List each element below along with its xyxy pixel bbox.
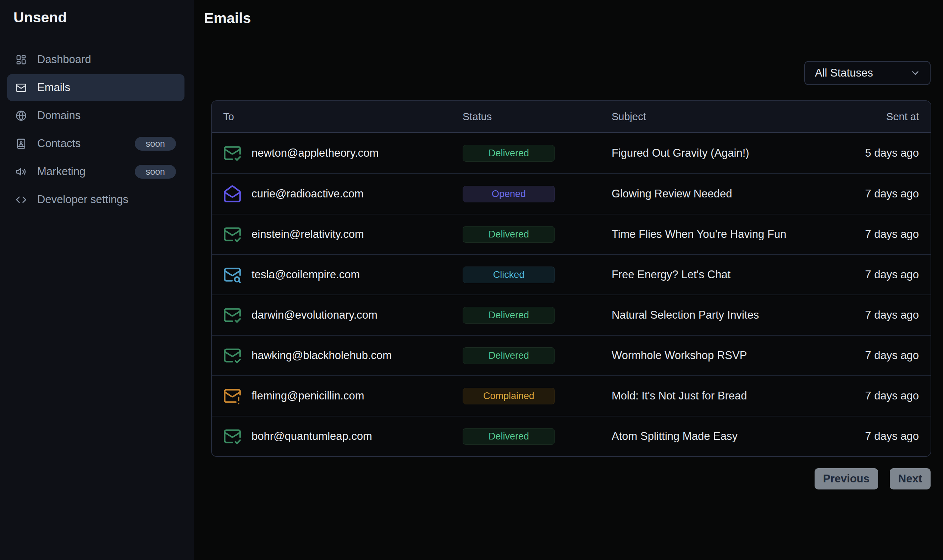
status-badge: Delivered [463,307,555,324]
table-row[interactable]: darwin@evolutionary.com Delivered Natura… [212,295,931,335]
recipient-email: einstein@relativity.com [252,228,364,241]
mail-check-icon [223,306,242,324]
column-header-subject: Subject [612,111,810,123]
sidebar-item-label: Contacts [37,137,80,150]
sent-at: 7 days ago [810,228,931,241]
sent-at: 7 days ago [810,430,931,443]
mail-check-icon [223,346,242,365]
recipient-email: fleming@penicillin.com [252,389,364,402]
status-badge: Delivered [463,226,555,243]
dashboard-icon [15,54,26,65]
recipient-email: tesla@coilempire.com [252,268,360,281]
mail-check-icon [223,144,242,162]
recipient-email: bohr@quantumleap.com [252,430,372,443]
chevron-down-icon [910,68,921,78]
sent-at: 7 days ago [810,389,931,402]
mail-check-icon [223,427,242,446]
email-subject: Free Energy? Let's Chat [612,268,810,281]
table-header-row: To Status Subject Sent at [212,101,931,133]
status-filter-select[interactable]: All Statuses [804,61,931,85]
table-row[interactable]: bohr@quantumleap.com Delivered Atom Spli… [212,416,931,456]
sidebar-item-label: Developer settings [37,193,128,206]
sent-at: 7 days ago [810,268,931,281]
mail-icon [15,82,26,93]
mail-search-icon [223,265,242,284]
sidebar-item-emails[interactable]: Emails [7,74,185,101]
email-subject: Figured Out Gravity (Again!) [612,147,810,160]
sidebar-item-label: Marketing [37,165,85,178]
sidebar-item-label: Dashboard [37,53,91,66]
sent-at: 7 days ago [810,309,931,322]
next-button[interactable]: Next [890,468,931,489]
table-row[interactable]: newton@appletheory.com Delivered Figured… [212,133,931,173]
status-badge: Clicked [463,266,555,283]
sidebar-item-label: Domains [37,109,80,122]
mail-check-icon [223,225,242,243]
column-header-to: To [212,111,463,123]
status-filter-value: All Statuses [815,67,873,79]
table-row[interactable]: curie@radioactive.com Opened Glowing Rev… [212,173,931,214]
sent-at: 7 days ago [810,188,931,200]
app-logo: Unsend [14,9,67,26]
sent-at: 7 days ago [810,349,931,362]
megaphone-icon [15,166,26,177]
mail-open-icon [223,185,242,203]
soon-badge: soon [135,165,176,178]
status-badge: Delivered [463,145,555,162]
email-subject: Glowing Review Needed [612,188,810,200]
column-header-sent-at: Sent at [810,111,931,123]
sidebar-item-contacts[interactable]: Contacts soon [7,130,185,157]
status-badge: Opened [463,186,555,202]
previous-button[interactable]: Previous [815,468,878,489]
status-badge: Delivered [463,347,555,364]
table-row[interactable]: tesla@coilempire.com Clicked Free Energy… [212,254,931,295]
main-content: Emails All Statuses To Status Subject Se… [194,0,943,560]
recipient-email: curie@radioactive.com [252,188,364,200]
sidebar-item-label: Emails [37,81,70,94]
recipient-email: hawking@blackholehub.com [252,349,392,362]
mail-warning-icon [223,387,242,405]
emails-table: To Status Subject Sent at newton@appleth… [211,100,931,457]
recipient-email: newton@appletheory.com [252,147,378,160]
status-badge: Complained [463,388,555,405]
sent-at: 5 days ago [810,147,931,160]
sidebar: Unsend Dashboard Emails Domains [0,0,194,560]
table-row[interactable]: einstein@relativity.com Delivered Time F… [212,214,931,254]
page-title: Emails [204,10,251,26]
contacts-icon [15,138,26,149]
sidebar-nav: Dashboard Emails Domains Contacts soon [7,46,185,213]
soon-badge: soon [135,137,176,151]
column-header-status: Status [463,111,612,123]
email-subject: Time Flies When You're Having Fun [612,228,810,241]
sidebar-item-dashboard[interactable]: Dashboard [7,46,185,73]
code-icon [15,194,26,205]
globe-icon [15,110,26,121]
sidebar-item-developer-settings[interactable]: Developer settings [7,186,185,213]
recipient-email: darwin@evolutionary.com [252,309,378,322]
sidebar-item-marketing[interactable]: Marketing soon [7,158,185,185]
email-subject: Mold: It's Not Just for Bread [612,389,810,402]
status-badge: Delivered [463,428,555,445]
table-row[interactable]: hawking@blackholehub.com Delivered Wormh… [212,335,931,375]
email-subject: Atom Splitting Made Easy [612,430,810,443]
email-subject: Wormhole Workshop RSVP [612,349,810,362]
sidebar-item-domains[interactable]: Domains [7,102,185,129]
pagination: Previous Next [815,468,931,489]
email-subject: Natural Selection Party Invites [612,309,810,322]
table-row[interactable]: fleming@penicillin.com Complained Mold: … [212,375,931,416]
